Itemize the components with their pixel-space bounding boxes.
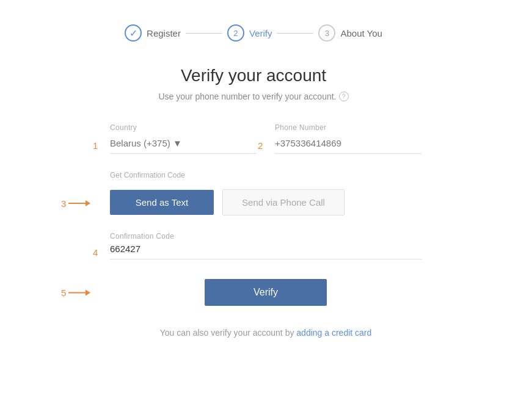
subtitle-text: Use your phone number to verify your acc…	[158, 92, 336, 101]
checkmark-icon: ✓	[129, 27, 137, 39]
svg-marker-1	[86, 200, 90, 206]
country-input[interactable]	[110, 136, 257, 154]
main-content: Verify your account Use your phone numbe…	[55, 66, 452, 338]
svg-marker-3	[86, 289, 90, 295]
step-line-2	[277, 33, 313, 34]
page-subtitle: Use your phone number to verify your acc…	[158, 92, 348, 101]
country-group: Country	[110, 123, 257, 154]
verify-button[interactable]: Verify	[205, 279, 327, 306]
phone-group: Phone Number	[275, 123, 421, 154]
footer: You can also verify your account by addi…	[110, 328, 421, 338]
phone-input[interactable]	[275, 136, 421, 154]
stepper: ✓ Register 2 Verify 3 About You	[125, 24, 382, 42]
step-num-5: 5	[61, 288, 66, 298]
confirmation-code-input[interactable]	[110, 241, 421, 259]
send-text-button[interactable]: Send as Text	[110, 190, 214, 215]
confirmation-section: Get Confirmation Code Send as Text Send …	[110, 171, 421, 215]
step-aboutyou-number: 3	[325, 29, 329, 38]
buttons-group: Send as Text Send via Phone Call	[110, 189, 421, 215]
step-register: ✓ Register	[125, 24, 181, 42]
arrow-3-icon	[68, 199, 90, 208]
send-call-button[interactable]: Send via Phone Call	[222, 189, 345, 215]
step-verify: 2 Verify	[227, 24, 272, 42]
step-num-1: 1	[93, 140, 98, 151]
confirmation-code-row: 3 Get Confirmation Code Send as Text Sen…	[110, 171, 421, 215]
step-aboutyou: 3 About You	[318, 24, 382, 42]
confirmation-code-section: Confirmation Code	[110, 230, 421, 259]
step-aboutyou-circle: 3	[318, 24, 335, 42]
step-aboutyou-label: About You	[340, 28, 382, 38]
country-label: Country	[110, 123, 257, 132]
page-title: Verify your account	[181, 66, 326, 85]
confirmation-section-label: Get Confirmation Code	[110, 171, 421, 179]
step-line-1	[186, 33, 222, 34]
country-phone-row: 1 2 Country Phone Number	[110, 123, 421, 154]
verify-row: 5 Verify	[110, 279, 421, 306]
step-num-3: 3	[61, 198, 66, 209]
step-verify-circle: 2	[227, 24, 244, 42]
step-register-label: Register	[147, 28, 181, 38]
phone-label: Phone Number	[275, 123, 421, 132]
footer-text: You can also verify your account by	[160, 328, 297, 338]
step-verify-number: 2	[233, 29, 238, 38]
step-verify-label: Verify	[249, 28, 272, 38]
footer-link[interactable]: adding a credit card	[296, 328, 371, 338]
confirmation-code-label: Confirmation Code	[110, 232, 174, 241]
arrow-5-icon	[68, 288, 90, 297]
form-row-country-phone: Country Phone Number	[110, 123, 421, 154]
info-icon[interactable]: ?	[339, 92, 349, 101]
confirmation-input-row: 4 Confirmation Code	[110, 230, 421, 259]
step-register-circle: ✓	[125, 24, 142, 42]
step-num-4: 4	[93, 247, 98, 258]
form-wrapper: 1 2 Country Phone Number 3	[86, 123, 421, 338]
